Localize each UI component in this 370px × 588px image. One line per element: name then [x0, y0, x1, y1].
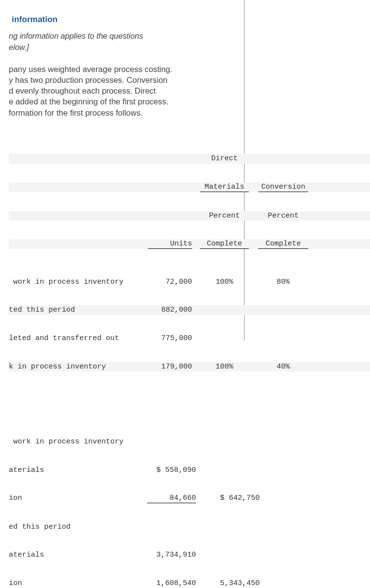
row-start-label: ted this period	[9, 305, 136, 315]
cost-bwip-mat: $ 558,090	[136, 466, 200, 475]
row-ewip-conv: 40%	[254, 362, 313, 371]
row-bwip-mat: 100%	[195, 277, 254, 287]
cost-bwip-conv: 84,660	[147, 493, 196, 503]
row-xfer-units: 775,000	[136, 334, 195, 343]
cost-bwip-total: $ 642,750	[200, 493, 264, 503]
cost-materials-label: aterials	[9, 466, 136, 475]
cost-added-mat: 3,734,910	[136, 550, 200, 560]
row-bwip-label: work in process inventory	[9, 277, 136, 287]
row-bwip-conv: 80%	[254, 277, 313, 287]
cost-added-label: ed this period	[9, 522, 136, 532]
hdr-pct1: Percent	[195, 211, 254, 220]
hdr-pct2: Percent	[254, 211, 313, 220]
cost-added-conv: 1,608,540	[147, 579, 196, 588]
row-ewip-units: 179,000	[136, 362, 195, 371]
para-l1: pany uses weighted average process costi…	[9, 64, 341, 74]
note-line1: ng information applies to the questions	[0, 31, 370, 43]
problem-paragraph: pany uses weighted average process costi…	[0, 54, 370, 126]
para-l5: formation for the first process follows.	[9, 107, 341, 118]
row-ewip-label: k in process inventory	[9, 362, 136, 371]
hdr-materials: Materials	[200, 182, 249, 192]
hdr-conversion: Conversion	[258, 182, 308, 192]
hdr-complete1: Complete	[200, 239, 249, 249]
para-l4: e added at the beginning of the first pr…	[9, 96, 341, 107]
hdr-complete2: Complete	[258, 239, 308, 249]
row-xfer-label: leted and transferred out	[9, 334, 136, 343]
cost-added-conv-label: ion	[9, 579, 136, 588]
cost-added-mat-label: aterials	[9, 550, 136, 560]
para-l2: y has two production processes. Conversi…	[9, 74, 341, 85]
cost-conversion-label: ion	[9, 493, 136, 503]
row-bwip-units: 72,000	[136, 277, 195, 287]
row-ewip-mat: 100%	[195, 362, 254, 371]
cost-added-total: 5,343,450	[211, 579, 260, 588]
info-header: information	[0, 0, 370, 31]
hdr-units: Units	[148, 239, 192, 249]
cost-bwip-label: work in process inventory	[9, 437, 136, 446]
note-line2: elow.]	[0, 43, 370, 54]
hdr-direct: Direct	[195, 154, 254, 163]
para-l3: d evenly throughout each process. Direct	[9, 85, 341, 96]
row-start-units: 882,000	[136, 305, 195, 315]
data-table: Direct Materials Conversion Percent Perc…	[0, 126, 370, 588]
